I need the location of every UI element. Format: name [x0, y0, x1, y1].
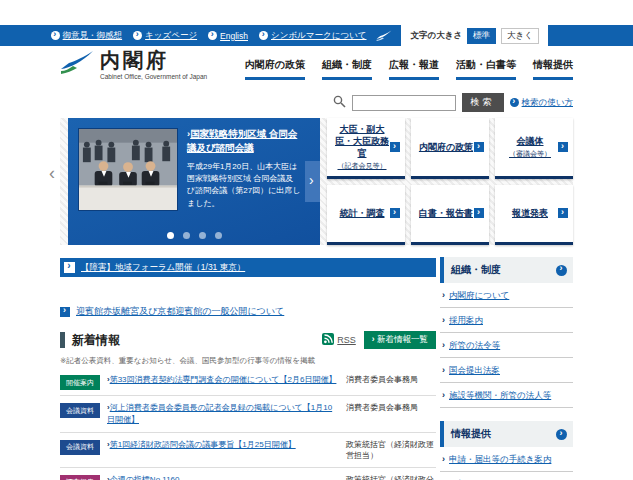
sidebar-item-about-cao[interactable]: 内閣府について [440, 283, 573, 307]
nav-activities-whitepapers[interactable]: 活動・白書等 [456, 58, 516, 80]
chevron-right-icon [64, 262, 75, 273]
page: 御意見・御感想 キッズページ English シンボルマークについて 文字の大き… [0, 0, 633, 480]
topbar-links: 御意見・御感想 キッズページ English シンボルマークについて [51, 30, 367, 42]
site-logo[interactable]: 内閣府 Cabinet Office, Government of Japan [60, 50, 207, 80]
arrow-circle-icon [556, 429, 567, 440]
quick-link-label: 統計・調査 [340, 207, 385, 219]
news-item-link[interactable]: 第1回経済財政諮問会議の議事要旨【1月25日開催】 [107, 439, 346, 451]
carousel-prev-button[interactable] [49, 164, 61, 184]
rss-label: RSS [337, 335, 356, 345]
topbar-link-label: English [220, 31, 248, 41]
nav-organization[interactable]: 組織・制度 [322, 58, 372, 80]
notice-banner[interactable]: 【障害】地域フォーラム開催（1/31 東京） [60, 258, 436, 277]
news-item-link[interactable]: 河上消費者委員会委員長の記者会見録の掲載について【1月10日開催】 [107, 402, 346, 427]
sidebar-list: 内閣府について 採用案内 所管の法令等 国会提出法案 施設等機関・所管の法人等 [440, 283, 573, 408]
sidebar-header-label: 情報提供 [451, 427, 491, 441]
quick-links: 大臣・副大臣・大臣政務官 （記者会見等） 内閣府の政策 会議体 （審議会等） 統… [327, 118, 573, 245]
sidebar-item-disclosure[interactable]: 情報公開 [440, 472, 573, 480]
quick-link-statistics[interactable]: 統計・調査 [327, 185, 405, 246]
news-header-actions: RSS 新着情報一覧 [322, 331, 436, 349]
news-badge: 調査報告 [60, 475, 100, 480]
chevron-right-icon [60, 307, 70, 317]
notice-link-label: 迎賓館赤坂離宮及び京都迎賓館の一般公開について [76, 305, 284, 318]
nav-public-relations[interactable]: 広報・報道 [389, 58, 439, 80]
cao-logo-icon [60, 50, 94, 80]
news-department: 消費者委員会事務局 [346, 374, 436, 386]
quick-link-sublabel: （記者会見等） [338, 161, 387, 171]
site-title: 内閣府 [100, 50, 207, 71]
sidebar-header-information[interactable]: 情報提供 [440, 421, 573, 447]
news-item-link[interactable]: 今週の指標No.1160 [107, 474, 346, 480]
topbar-link-symbol-mark[interactable]: シンボルマークについて [259, 30, 367, 42]
news-section: 新着情報 RSS 新着情報一覧 ※記者公表資料、重要なお知らせ、会議、国民参加型… [60, 331, 436, 480]
sidebar-item-recruitment[interactable]: 採用案内 [440, 308, 573, 332]
rss-icon [322, 333, 334, 347]
notice-banner-link[interactable]: 【障害】地域フォーラム開催（1/31 東京） [81, 262, 245, 274]
topbar-link-kids[interactable]: キッズページ [133, 30, 197, 42]
carousel-photo [78, 128, 178, 211]
sidebar-item-facilities[interactable]: 施設等機関・所管の法人等 [440, 383, 573, 407]
news-row: 会議資料 河上消費者委員会委員長の記者会見録の掲載について【1月10日開催】 消… [60, 396, 436, 433]
sidebar-section-organization: 組織・制度 内閣府について 採用案内 所管の法令等 国会提出法案 [440, 257, 573, 408]
chevron-right-icon [442, 290, 445, 301]
carousel-dot[interactable] [167, 232, 174, 239]
news-item-link[interactable]: 第33回消費者契約法専門調査会の開催について【2月6日開催】 [107, 374, 346, 386]
sidebar-item-procedures[interactable]: 申請・届出等の手続き案内 [440, 447, 573, 471]
sidebar-section-information: 情報提供 申請・届出等の手続き案内 情報公開 [440, 421, 573, 480]
arrow-circle-icon [556, 265, 567, 276]
topbar-link-english[interactable]: English [208, 31, 248, 41]
carousel-dot[interactable] [215, 232, 222, 239]
news-badge: 開催案内 [60, 375, 100, 390]
topbar-link-label: キッズページ [145, 30, 197, 42]
quick-link-label: 報道発表 [512, 207, 548, 219]
topbar-link-feedback[interactable]: 御意見・御感想 [51, 30, 123, 42]
font-size-standard-button[interactable]: 標準 [467, 28, 496, 44]
logo-text: 内閣府 Cabinet Office, Government of Japan [100, 50, 207, 80]
chevron-right-icon [442, 340, 445, 351]
search-button[interactable]: 検索 [462, 93, 504, 112]
main-nav: 内閣府の政策 組織・制度 広報・報道 活動・白書等 情報提供 [245, 58, 573, 80]
nav-policy[interactable]: 内閣府の政策 [245, 58, 305, 80]
search-input[interactable] [352, 95, 456, 111]
carousel-dot[interactable] [183, 232, 190, 239]
news-note: ※記者公表資料、重要なお知らせ、会議、国民参加型の行事等の情報を掲載 [60, 356, 436, 366]
news-badge: 会議資料 [60, 440, 100, 455]
font-size-large-button[interactable]: 大きく [501, 28, 539, 44]
quick-link-whitepapers[interactable]: 白書・報告書 [411, 185, 489, 246]
news-row: 調査報告 今週の指標No.1160 政策統括官（経済財政分析担当） [60, 468, 436, 480]
quick-link-press-releases[interactable]: 報道発表 [495, 185, 573, 246]
sidebar-item-diet-bills[interactable]: 国会提出法案 [440, 358, 573, 382]
sidebar-list: 申請・届出等の手続き案内 情報公開 [440, 447, 573, 480]
quick-link-label: 内閣府の政策 [419, 141, 473, 153]
news-list-button[interactable]: 新着情報一覧 [364, 331, 436, 349]
chevron-right-icon [558, 208, 568, 218]
chevron-right-icon [558, 142, 568, 152]
news-title: 新着情報 [60, 332, 120, 348]
chevron-right-icon [259, 31, 268, 40]
notice-link[interactable]: 迎賓館赤坂離宮及び京都迎賓館の一般公開について [60, 305, 284, 318]
quick-link-ministers[interactable]: 大臣・副大臣・大臣政務官 （記者会見等） [327, 118, 405, 179]
chevron-right-icon [442, 365, 445, 376]
rss-link[interactable]: RSS [322, 333, 356, 347]
search-help-link[interactable]: 検索の使い方 [510, 97, 573, 109]
search-help-label: 検索の使い方 [522, 97, 573, 109]
chevron-right-icon [390, 142, 400, 152]
quick-link-policy[interactable]: 内閣府の政策 [411, 118, 489, 179]
site-subtitle: Cabinet Office, Government of Japan [100, 73, 207, 80]
carousel: 国家戦略特別区域 合同会議及び諮問会議 平成29年1月20日、山本大臣は国家戦略… [68, 118, 320, 245]
news-department: 政策統括官（経済財政運営担当） [346, 439, 436, 462]
carousel-next-button[interactable] [305, 161, 320, 202]
chevron-right-icon [442, 390, 445, 401]
news-row: 開催案内 第33回消費者契約法専門調査会の開催について【2月6日開催】 消費者委… [60, 368, 436, 396]
news-list: 開催案内 第33回消費者契約法専門調査会の開催について【2月6日開催】 消費者委… [60, 368, 436, 480]
sidebar-item-laws[interactable]: 所管の法令等 [440, 333, 573, 357]
cao-swoosh-icon [376, 30, 392, 42]
quick-link-councils[interactable]: 会議体 （審議会等） [495, 118, 573, 179]
news-row: 会議資料 第1回経済財政諮問会議の議事要旨【1月25日開催】 政策統括官（経済財… [60, 433, 436, 468]
sidebar-header-organization[interactable]: 組織・制度 [440, 257, 573, 283]
carousel-title-link[interactable]: 国家戦略特別区域 合同会議及び諮問会議 [187, 127, 301, 155]
carousel-dot[interactable] [199, 232, 206, 239]
nav-information[interactable]: 情報提供 [533, 58, 573, 80]
font-size-control: 文字の大きさ 標準 大きく [401, 25, 548, 46]
quick-link-sublabel: （審議会等） [509, 149, 551, 159]
